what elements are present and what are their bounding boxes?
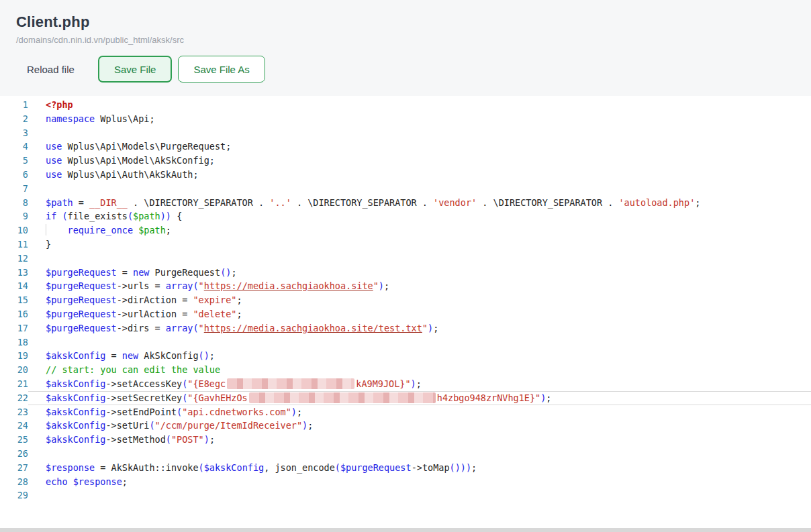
line-number[interactable]: 13	[0, 266, 28, 280]
code-line[interactable]: 28echo $response;	[0, 475, 811, 489]
line-number[interactable]: 19	[0, 349, 28, 363]
code-line[interactable]: 15$purgeRequest->dirAction = "expire";	[0, 293, 811, 307]
line-number[interactable]: 11	[0, 237, 28, 252]
code-line-content[interactable]: require_once $path;	[28, 223, 811, 237]
code-line-content[interactable]	[28, 182, 811, 196]
code-line-content[interactable]	[28, 447, 811, 461]
code-line-content[interactable]: $response = AkSkAuth::invoke($akskConfig…	[28, 461, 811, 475]
code-line-content[interactable]: $akskConfig->setSecretKey("{GavhEHzOsh4z…	[28, 391, 811, 405]
code-token-pln: {	[171, 211, 182, 221]
code-line[interactable]: 24$akskConfig->setUri("/ccm/purge/ItemId…	[0, 419, 811, 433]
code-line[interactable]: 21$akskConfig->setAccessKey("{E8egckA9M9…	[0, 377, 811, 391]
code-editor[interactable]: 1<?php2namespace Wplus\Api;34use Wplus\A…	[0, 96, 811, 528]
line-number[interactable]: 24	[0, 419, 28, 433]
line-number[interactable]: 29	[0, 488, 28, 502]
code-line-content[interactable]: echo $response;	[28, 475, 811, 489]
code-line-content[interactable]: $purgeRequest->dirAction = "expire";	[28, 293, 811, 307]
code-token-kw: ()	[220, 267, 231, 278]
code-line[interactable]: 1<?php	[0, 98, 811, 112]
code-line-content[interactable]: $purgeRequest->urls = array("https://med…	[28, 279, 811, 293]
reload-file-button[interactable]: Reload file	[16, 56, 85, 83]
line-number[interactable]: 8	[0, 196, 28, 210]
line-number[interactable]: 5	[0, 154, 28, 168]
line-number[interactable]: 15	[0, 293, 28, 307]
line-number[interactable]: 25	[0, 433, 28, 447]
line-number[interactable]: 21	[0, 377, 28, 391]
code-line-content[interactable]: }	[28, 237, 811, 252]
code-line-content[interactable]: // start: you can edit the value	[28, 363, 811, 377]
save-file-button[interactable]: Save File	[98, 56, 173, 83]
code-line[interactable]: 9if (file_exists($path)) {	[0, 209, 811, 223]
code-line[interactable]: 26	[0, 447, 811, 461]
line-number[interactable]: 4	[0, 140, 28, 154]
line-number[interactable]: 22	[0, 391, 28, 405]
code-line-content[interactable]: $purgeRequest->dirs = array("https://med…	[28, 321, 811, 335]
file-editor-header: Client.php /domains/cdn.nin.id.vn/public…	[0, 0, 811, 96]
code-line-content[interactable]	[28, 252, 811, 266]
code-line-content[interactable]: $akskConfig->setEndPoint("api.cdnetworks…	[28, 405, 811, 419]
save-file-as-button[interactable]: Save File As	[178, 56, 265, 83]
code-line-content[interactable]: use Wplus\Api\Model\AkSkConfig;	[28, 154, 811, 168]
code-line[interactable]: 8$path = __DIR__ . \DIRECTORY_SEPARATOR …	[0, 196, 811, 210]
line-number[interactable]: 18	[0, 335, 28, 350]
line-number[interactable]: 14	[0, 279, 28, 293]
code-line-content[interactable]: if (file_exists($path)) {	[28, 209, 811, 223]
line-number[interactable]: 10	[0, 223, 28, 237]
code-line[interactable]: 4use Wplus\Api\Models\PurgeRequest;	[0, 140, 811, 154]
code-line[interactable]: 3	[0, 126, 811, 140]
code-line[interactable]: 2namespace Wplus\Api;	[0, 112, 811, 126]
code-line-content[interactable]: $akskConfig->setMethod("POST");	[28, 433, 811, 447]
code-line[interactable]: 7	[0, 182, 811, 196]
code-line-content[interactable]: use Wplus\Api\Auth\AkSkAuth;	[28, 168, 811, 182]
line-number[interactable]: 16	[0, 307, 28, 321]
line-number[interactable]: 3	[0, 126, 28, 140]
code-line-content[interactable]: $akskConfig = new AkSkConfig();	[28, 349, 811, 363]
line-number[interactable]: 20	[0, 363, 28, 377]
code-token-kw: $purgeRequest	[46, 280, 117, 291]
code-line[interactable]: 14$purgeRequest->urls = array("https://m…	[0, 279, 811, 293]
code-token-grn: $path	[138, 225, 166, 235]
code-line[interactable]: 19$akskConfig = new AkSkConfig();	[0, 349, 811, 363]
code-line-content[interactable]: <?php	[28, 98, 811, 112]
code-line[interactable]: 23$akskConfig->setEndPoint("api.cdnetwor…	[0, 405, 811, 419]
code-line[interactable]: 22$akskConfig->setSecretKey("{GavhEHzOsh…	[0, 391, 811, 405]
code-line[interactable]: 6use Wplus\Api\Auth\AkSkAuth;	[0, 168, 811, 182]
line-number[interactable]: 17	[0, 321, 28, 335]
code-token-pln: . \DIRECTORY_SEPARATOR .	[291, 197, 433, 208]
code-token-pln: , json_encode	[264, 462, 335, 473]
code-line-content[interactable]: $purgeRequest = new PurgeRequest();	[28, 266, 811, 280]
code-line[interactable]: 10 require_once $path;	[0, 223, 811, 237]
line-number[interactable]: 9	[0, 209, 28, 223]
code-line-content[interactable]: $purgeRequest->urlAction = "delete";	[28, 307, 811, 321]
code-line-content[interactable]	[28, 488, 811, 502]
line-number[interactable]: 2	[0, 112, 28, 126]
line-number[interactable]: 7	[0, 182, 28, 196]
code-line[interactable]: 13$purgeRequest = new PurgeRequest();	[0, 266, 811, 280]
code-line[interactable]: 5use Wplus\Api\Model\AkSkConfig;	[0, 154, 811, 168]
line-number[interactable]: 26	[0, 447, 28, 461]
code-line[interactable]: 18	[0, 335, 811, 350]
code-line[interactable]: 11}	[0, 237, 811, 252]
code-line-content[interactable]	[28, 335, 811, 350]
code-line[interactable]: 20// start: you can edit the value	[0, 363, 811, 377]
code-line[interactable]: 12	[0, 252, 811, 266]
line-number[interactable]: 6	[0, 168, 28, 182]
line-number[interactable]: 12	[0, 252, 28, 266]
code-line[interactable]: 29	[0, 488, 811, 502]
code-line-content[interactable]	[28, 126, 811, 140]
code-line-content[interactable]: namespace Wplus\Api;	[28, 112, 811, 126]
code-line-content[interactable]: $akskConfig->setUri("/ccm/purge/ItemIdRe…	[28, 419, 811, 433]
line-number[interactable]: 27	[0, 461, 28, 475]
code-line-content[interactable]: use Wplus\Api\Models\PurgeRequest;	[28, 140, 811, 154]
line-number[interactable]: 1	[0, 98, 28, 112]
code-line[interactable]: 27$response = AkSkAuth::invoke($akskConf…	[0, 461, 811, 475]
code-line[interactable]: 16$purgeRequest->urlAction = "delete";	[0, 307, 811, 321]
code-line[interactable]: 25$akskConfig->setMethod("POST");	[0, 433, 811, 447]
code-line-content[interactable]: $akskConfig->setAccessKey("{E8egckA9M9JO…	[28, 377, 811, 391]
editor-bottom-scrollbar[interactable]	[0, 528, 811, 532]
line-number[interactable]: 28	[0, 475, 28, 489]
code-line[interactable]: 17$purgeRequest->dirs = array("https://m…	[0, 321, 811, 335]
line-number[interactable]: 23	[0, 405, 28, 419]
code-line-content[interactable]: $path = __DIR__ . \DIRECTORY_SEPARATOR .…	[28, 196, 811, 210]
code-token-pln: Wplus\Api\Auth\AkSkAuth;	[62, 169, 198, 180]
